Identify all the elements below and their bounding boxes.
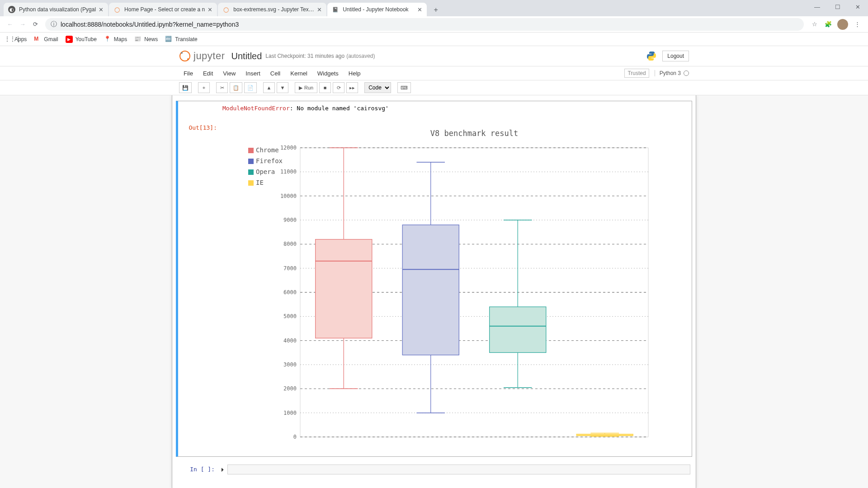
code-cell-active[interactable]: ModuleNotFoundError: No module named 'ca…	[176, 101, 692, 457]
error-output: ModuleNotFoundError: No module named 'ca…	[222, 105, 688, 112]
y-tick-label: 11000	[280, 169, 297, 175]
browser-tab-active[interactable]: 📓 Untitled - Jupyter Notebook ✕	[327, 3, 427, 16]
jupyter-logo[interactable]: jupyter	[179, 50, 225, 62]
y-tick-label: 0	[293, 434, 297, 440]
profile-avatar[interactable]	[837, 19, 848, 30]
legend-swatch	[248, 169, 254, 175]
y-tick-label: 3000	[283, 361, 297, 368]
stop-button[interactable]: ■	[319, 82, 331, 93]
restart-run-all-button[interactable]: ▸▸	[346, 82, 358, 93]
favicon: 📓	[332, 6, 339, 13]
notebook-title[interactable]: Untitled	[231, 51, 262, 61]
play-icon: ▶	[299, 85, 302, 91]
site-info-icon[interactable]: ⓘ	[51, 20, 57, 28]
forward-button[interactable]: →	[16, 18, 29, 31]
maps-bookmark[interactable]: 📍Maps	[104, 36, 127, 43]
extensions-icon[interactable]: 🧩	[824, 20, 833, 29]
cell-type-select[interactable]: Code	[364, 82, 391, 93]
output-prompt: Out[13]:	[180, 122, 221, 455]
y-tick-label: 8000	[283, 241, 297, 247]
jupyter-logo-text: jupyter	[193, 50, 225, 62]
youtube-icon: ▶	[66, 36, 73, 43]
browser-tab[interactable]: ◐ Python data visualization (Pygal ✕	[4, 3, 108, 16]
legend-label: Chrome	[256, 146, 279, 154]
tab-title: Home Page - Select or create a n	[124, 6, 205, 13]
y-tick-label: 1000	[283, 410, 297, 416]
menu-cell[interactable]: Cell	[266, 68, 285, 79]
translate-icon: 🔤	[165, 36, 172, 43]
browser-tab[interactable]: ◯ Home Page - Select or create a n ✕	[109, 3, 217, 16]
menu-bar: File Edit View Insert Cell Kernel Widget…	[172, 66, 696, 80]
python-icon	[646, 51, 657, 61]
code-cell-empty[interactable]: In [ ]: ⏵	[176, 462, 692, 476]
y-tick-label: 7000	[283, 265, 297, 272]
back-button[interactable]: ←	[4, 18, 16, 31]
browser-tab[interactable]: ◯ box-extremes.svg - Jupyter Text E ✕	[218, 3, 326, 16]
move-down-button[interactable]: ▼	[277, 82, 288, 93]
news-icon: 📰	[134, 36, 142, 43]
maximize-button[interactable]: ☐	[827, 0, 848, 14]
copy-button[interactable]: 📋	[230, 82, 242, 93]
close-icon[interactable]: ✕	[208, 6, 212, 13]
y-tick-label: 2000	[283, 385, 297, 392]
toolbar: 💾 + ✂ 📋 📄 ▲ ▼ ▶Run ■ ⟳ ▸▸ Code ⌨	[172, 80, 696, 95]
menu-edit[interactable]: Edit	[198, 68, 217, 79]
legend-swatch	[248, 180, 254, 186]
paste-button[interactable]: 📄	[244, 82, 257, 93]
minimize-button[interactable]: —	[807, 0, 827, 14]
menu-kernel[interactable]: Kernel	[286, 68, 312, 79]
close-window-button[interactable]: ✕	[848, 0, 868, 14]
legend-swatch	[248, 159, 254, 164]
new-tab-button[interactable]: +	[429, 4, 442, 16]
menu-view[interactable]: View	[218, 68, 240, 79]
boxplot-chart: V8 benchmark result010002000300040005000…	[223, 125, 657, 450]
notebook-container[interactable]: ModuleNotFoundError: No module named 'ca…	[0, 95, 868, 488]
trusted-badge[interactable]: Trusted	[624, 69, 649, 78]
run-button[interactable]: ▶Run	[295, 82, 317, 93]
gmail-bookmark[interactable]: MGmail	[34, 36, 58, 43]
url-input[interactable]: ⓘ localhost:8888/notebooks/Untitled.ipyn…	[45, 18, 804, 31]
restart-button[interactable]: ⟳	[333, 82, 344, 93]
chart-output: V8 benchmark result010002000300040005000…	[221, 122, 690, 455]
y-tick-label: 10000	[280, 193, 297, 199]
tab-title: Untitled - Jupyter Notebook	[343, 6, 415, 13]
close-icon[interactable]: ✕	[99, 6, 104, 13]
apps-bookmark[interactable]: ⋮⋮⋮Apps	[5, 36, 27, 43]
input-prompt: In [ ]:	[178, 464, 218, 474]
logout-button[interactable]: Logout	[662, 51, 689, 61]
run-caret-icon: ⏵	[220, 466, 226, 473]
translate-bookmark[interactable]: 🔤Translate	[165, 36, 198, 43]
reload-button[interactable]: ⟳	[29, 18, 42, 31]
chart-title: V8 benchmark result	[430, 129, 518, 138]
checkpoint-text: Last Checkpoint: 31 minutes ago	[265, 53, 344, 59]
move-up-button[interactable]: ▲	[263, 82, 275, 93]
save-button[interactable]: 💾	[179, 82, 192, 93]
jupyter-header: jupyter Untitled Last Checkpoint: 31 min…	[172, 46, 696, 66]
cut-button[interactable]: ✂	[216, 82, 228, 93]
add-cell-button[interactable]: +	[198, 82, 210, 93]
menu-file[interactable]: File	[179, 68, 198, 79]
menu-help[interactable]: Help	[344, 68, 365, 79]
code-input[interactable]	[227, 465, 690, 474]
favicon: ◯	[113, 6, 121, 13]
kernel-name[interactable]: Python 3	[655, 70, 689, 76]
gmail-icon: M	[34, 36, 41, 43]
menu-icon[interactable]: ⋮	[853, 20, 862, 29]
maps-icon: 📍	[104, 36, 111, 43]
box	[490, 307, 546, 352]
close-icon[interactable]: ✕	[317, 6, 322, 13]
tab-title: box-extremes.svg - Jupyter Text E	[233, 6, 314, 13]
legend-label: Opera	[256, 168, 275, 175]
menu-widgets[interactable]: Widgets	[313, 68, 343, 79]
menu-insert[interactable]: Insert	[241, 68, 265, 79]
favicon: ◯	[222, 6, 230, 13]
tab-title: Python data visualization (Pygal	[19, 6, 96, 13]
box	[316, 239, 372, 338]
y-tick-label: 12000	[280, 145, 297, 151]
command-palette-button[interactable]: ⌨	[397, 82, 411, 93]
svg-point-1	[181, 52, 183, 54]
youtube-bookmark[interactable]: ▶YouTube	[66, 36, 97, 43]
close-icon[interactable]: ✕	[417, 6, 422, 13]
news-bookmark[interactable]: 📰News	[134, 36, 158, 43]
bookmark-star-icon[interactable]: ☆	[810, 20, 819, 29]
